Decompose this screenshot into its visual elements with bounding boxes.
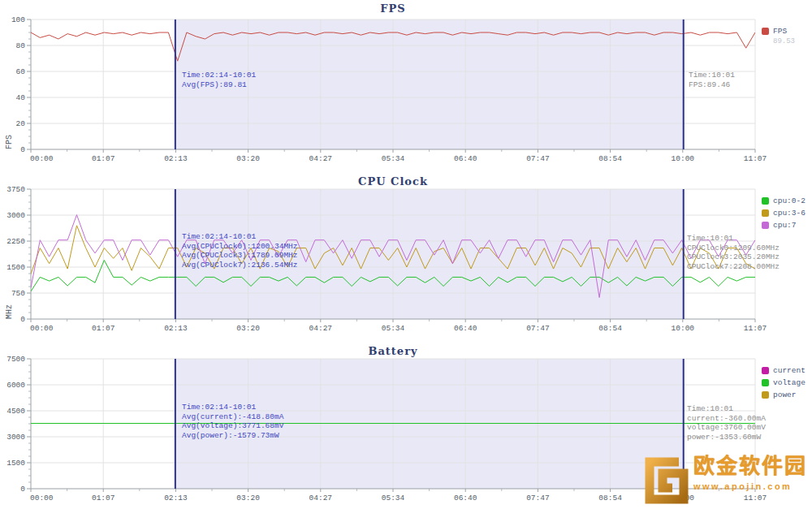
x-tick-label: 07:47 (526, 154, 550, 163)
legend-item-cpu-7[interactable]: cpu:7 (762, 221, 806, 230)
watermark-logo-icon (641, 455, 690, 506)
x-tick-label: 10:00 (672, 154, 695, 163)
x-tick-label: 11:07 (744, 154, 767, 163)
x-tick-label: 01:07 (92, 324, 115, 333)
legend-current-value: 89.53 (773, 37, 795, 45)
y-tick-label: 60 (16, 67, 26, 76)
y-tick-label: 7500 (6, 355, 25, 364)
y-tick-label: 3000 (6, 433, 25, 442)
watermark-site-url: www.apojin.com (693, 481, 807, 491)
legend-label: power (773, 390, 797, 399)
battery-legend: currentvoltagepower (762, 366, 806, 403)
legend-item-FPS[interactable]: FPS (762, 27, 795, 36)
x-tick-label: 07:47 (526, 494, 550, 503)
x-tick-label: 04:27 (309, 324, 333, 333)
fps-y-axis-label: FPS (5, 19, 14, 149)
battery-marker-tooltip-right: Time:10:01 current:-360.00mA voltage:376… (687, 404, 766, 442)
legend-swatch (762, 28, 769, 35)
fps-chart-panel: FPS 02040608010000:0001:0702:1303:2004:2… (0, 0, 812, 170)
cpu-marker-tooltip-right: Time:10:01 CPUClock0:1209.60MHz CPUClock… (687, 234, 780, 271)
legend-item-current[interactable]: current (762, 366, 806, 375)
cpu-region-tooltip-left: Time:02:14-10:01 Avg(CPUClock0):1200.34M… (182, 232, 298, 270)
x-tick-label: 05:34 (382, 494, 405, 503)
x-tick-label: 04:27 (309, 154, 333, 163)
y-tick-label: 1500 (6, 459, 25, 468)
legend-label: cpu:0-2 (773, 196, 806, 205)
legend-swatch (762, 222, 769, 229)
x-tick-label: 10:00 (672, 324, 695, 333)
x-tick-label: 08:54 (598, 154, 622, 163)
x-tick-label: 00:00 (30, 154, 54, 163)
legend-swatch (762, 379, 769, 386)
x-tick-label: 07:47 (526, 324, 550, 333)
x-tick-label: 01:07 (92, 494, 115, 503)
legend-label: current (773, 366, 806, 375)
battery-region-tooltip-left: Time:02:14-10:01 Avg(current):-418.80mA … (182, 403, 283, 440)
x-tick-label: 04:27 (309, 494, 333, 503)
legend-item-cpu-3-6[interactable]: cpu:3-6 (762, 209, 806, 218)
legend-label: cpu:3-6 (773, 209, 806, 218)
x-tick-label: 02:13 (164, 324, 188, 333)
cpu-clock-chart-panel: CPU Clock 0750150022503000375000:0001:07… (0, 170, 812, 339)
x-tick-label: 00:00 (30, 494, 54, 503)
legend-label: cpu:7 (773, 221, 797, 230)
y-tick-label: 6000 (6, 381, 25, 390)
legend-swatch (762, 209, 769, 217)
y-tick-label: 80 (16, 41, 26, 50)
y-tick-label: 0 (20, 315, 25, 324)
x-tick-label: 03:20 (236, 324, 260, 333)
legend-label: FPS (773, 27, 787, 36)
watermark: 欧金软件园 www.apojin.com (641, 454, 810, 509)
y-tick-label: 0 (20, 145, 25, 154)
cpu-legend: cpu:0-2cpu:3-6cpu:7 (762, 196, 806, 233)
legend-item-power[interactable]: power (762, 390, 806, 399)
x-tick-label: 02:13 (164, 154, 188, 163)
y-tick-label: 20 (16, 119, 26, 128)
x-tick-label: 01:07 (92, 154, 115, 163)
x-tick-label: 05:34 (382, 154, 405, 163)
y-tick-label: 4500 (6, 407, 25, 416)
fps-legend: FPS89.53 (762, 27, 795, 45)
x-tick-label: 02:13 (164, 494, 188, 503)
x-tick-label: 06:40 (454, 324, 477, 333)
x-tick-label: 08:54 (598, 324, 622, 333)
legend-swatch (762, 391, 769, 399)
x-tick-label: 05:34 (382, 324, 405, 333)
watermark-site-name: 欧金软件园 (693, 454, 807, 478)
y-tick-label: 0 (20, 485, 25, 494)
legend-item-cpu-0-2[interactable]: cpu:0-2 (762, 196, 806, 205)
fps-marker-tooltip-right: Time:10:01 FPS:89.46 (689, 71, 735, 89)
cpu-y-axis-label: MHz (5, 189, 14, 319)
x-tick-label: 00:00 (30, 324, 54, 333)
x-tick-label: 03:20 (236, 494, 260, 503)
fps-region-tooltip-left: Time:02:14-10:01 Avg(FPS):89.81 (182, 71, 256, 89)
x-tick-label: 03:20 (236, 154, 260, 163)
y-tick-label: 40 (16, 93, 26, 102)
legend-swatch (762, 197, 769, 205)
legend-item-voltage[interactable]: voltage (762, 378, 806, 387)
x-tick-label: 11:07 (744, 324, 767, 333)
x-tick-label: 06:40 (454, 154, 477, 163)
legend-swatch (762, 367, 769, 374)
x-tick-label: 08:54 (598, 494, 622, 503)
legend-label: voltage (773, 378, 806, 387)
x-tick-label: 06:40 (454, 494, 477, 503)
